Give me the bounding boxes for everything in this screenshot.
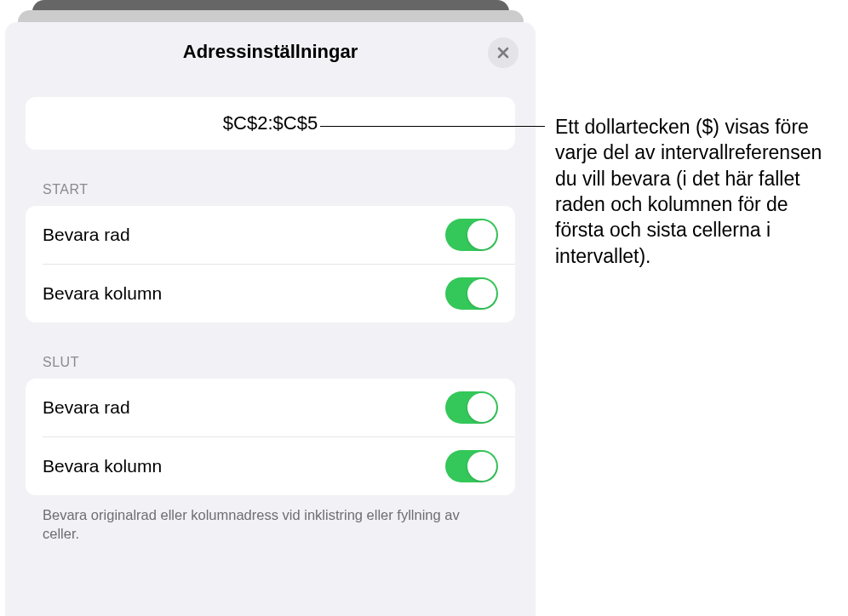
close-button[interactable]: [488, 37, 519, 68]
start-section-label: Start: [26, 182, 515, 197]
footer-note: Bevara originalrad eller kolumnadress vi…: [26, 495, 515, 544]
start-preserve-row-label: Bevara rad: [43, 225, 130, 245]
start-group: Bevara rad Bevara kolumn: [26, 206, 515, 322]
callout-text: Ett dollartecken ($) visas före varje de…: [555, 114, 836, 269]
end-preserve-column: Bevara kolumn: [43, 436, 515, 495]
end-group: Bevara rad Bevara kolumn: [26, 379, 515, 495]
sheet-content: $C$2:$C$5 Start Bevara rad Bevara kolumn…: [5, 97, 536, 544]
end-preserve-column-toggle[interactable]: [445, 450, 498, 482]
end-section-label: Slut: [26, 355, 515, 370]
start-preserve-row: Bevara rad: [26, 206, 515, 264]
start-preserve-column-toggle[interactable]: [445, 277, 498, 310]
end-preserve-row-toggle[interactable]: [445, 391, 498, 424]
settings-sheet: Adressinställningar $C$2:$C$5 Start Beva…: [5, 22, 536, 616]
start-preserve-row-toggle[interactable]: [445, 219, 498, 251]
close-icon: [496, 46, 510, 60]
callout-leader-line: [320, 126, 545, 127]
sheet-title: Adressinställningar: [183, 41, 358, 63]
end-preserve-column-label: Bevara kolumn: [43, 456, 162, 476]
end-preserve-row: Bevara rad: [26, 379, 515, 436]
sheet-header: Adressinställningar: [5, 22, 536, 82]
end-preserve-row-label: Bevara rad: [43, 397, 130, 418]
start-preserve-column: Bevara kolumn: [43, 264, 515, 322]
address-display[interactable]: $C$2:$C$5: [26, 97, 515, 150]
start-preserve-column-label: Bevara kolumn: [43, 283, 162, 304]
